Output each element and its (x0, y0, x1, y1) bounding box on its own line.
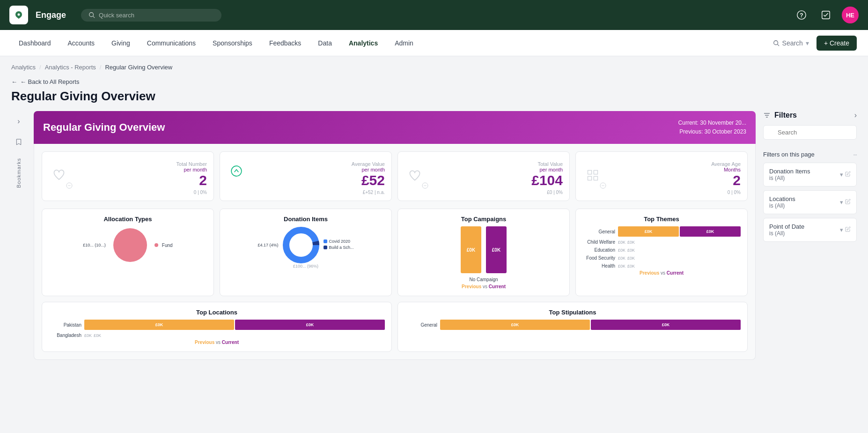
filters-header: Filters › (763, 111, 857, 119)
allocation-types-card: Allocation Types £10... (10...) Fund (42, 209, 214, 296)
report-banner-title: Regular Giving Overview (43, 121, 165, 134)
donut-top-label: £4.17 (4%) (257, 243, 278, 247)
point-of-date-expand[interactable]: ▾ (840, 226, 843, 233)
filters-search-wrap (763, 125, 857, 145)
collapse-button[interactable]: › (12, 115, 25, 128)
nav-item-analytics[interactable]: Analytics (341, 36, 385, 51)
report-body: Total Number per month 2 0 | 0% (34, 144, 756, 360)
create-button[interactable]: + Create (817, 36, 857, 51)
nav-item-admin[interactable]: Admin (387, 36, 421, 51)
nav-item-dashboard[interactable]: Dashboard (11, 36, 59, 51)
covid-label: Covid 2020 (329, 239, 351, 244)
breadcrumb-analytics[interactable]: Analytics (11, 64, 36, 71)
global-search-bar[interactable]: Quick search (81, 9, 221, 22)
breadcrumb: Analytics / Analytics - Reports / Regula… (0, 56, 868, 75)
theme-row-child-welfare: Child Welfare £0K £0K (582, 239, 741, 245)
filter-group-locations: Locations is (All) ▾ (763, 190, 857, 214)
back-arrow-icon: ← (11, 78, 17, 85)
top-locations-title: Top Locations (49, 309, 385, 316)
minus-icon (66, 182, 73, 189)
back-label: ← Back to All Reports (20, 78, 79, 85)
campaign-bar-row: £0K £0K (405, 226, 563, 273)
locations-edit[interactable] (845, 199, 851, 206)
svg-rect-13 (588, 171, 592, 174)
sidebar-icons: › Bookmarks (11, 111, 26, 360)
svg-rect-15 (588, 177, 592, 180)
build-label: Build a Sch... (329, 245, 354, 250)
theme-row-education: Education £0K £0K (582, 247, 741, 253)
nav-item-data[interactable]: Data (310, 36, 339, 51)
stipulation-row-general: General £0K £0K (405, 320, 741, 330)
general-bar-curr: £0K (680, 226, 741, 237)
allocation-types-title: Allocation Types (49, 216, 207, 223)
report-banner-dates: Current: 30 November 20... Previous: 30 … (678, 119, 746, 136)
stip-general-curr: £0K (591, 320, 741, 330)
locations-expand[interactable]: ▾ (840, 199, 843, 206)
pie-outer-label: £10... (10...) (83, 243, 106, 247)
donation-items-expand[interactable]: ▾ (840, 171, 843, 178)
filters-options-button[interactable]: ··· (853, 151, 857, 158)
current-date: Current: 30 November 20... (678, 119, 746, 127)
svg-rect-16 (594, 177, 597, 180)
sec-nav-search[interactable]: Search ▾ (767, 37, 815, 50)
breadcrumb-reports[interactable]: Analytics - Reports (45, 64, 96, 71)
filter-group-point-of-date: Point of Date is (All) ▾ (763, 218, 857, 242)
svg-point-6 (773, 40, 778, 45)
logo-box[interactable] (9, 6, 28, 24)
stat-card-avg-age: Average Age Months 2 0 | 0% (575, 151, 748, 201)
svg-point-22 (293, 237, 309, 254)
filters-on-page: Filters on this page ··· (763, 151, 857, 158)
breadcrumb-current: Regular Giving Overview (105, 64, 172, 71)
top-stipulations-card: Top Stipulations General £0K £0K (397, 302, 748, 352)
fund-legend-label: Fund (162, 243, 173, 248)
page-title: Regular Giving Overview (11, 89, 857, 104)
nav-item-communications[interactable]: Communications (140, 36, 203, 51)
filters-expand-button[interactable]: › (854, 111, 857, 119)
nav-item-sponsorships[interactable]: Sponsorships (205, 36, 260, 51)
top-campaigns-bars: £0K £0K No Campaign (405, 226, 563, 282)
nav-icons: ? HE (793, 7, 859, 23)
help-button[interactable]: ? (793, 7, 810, 23)
donation-items-title: Donation Items (227, 216, 385, 223)
general-bar-prev: £0K (618, 226, 679, 237)
donation-items-card: Donation Items £4.17 (4%) (220, 209, 392, 296)
theme-row-general: General £0K £0K (582, 226, 741, 237)
back-link[interactable]: ← ← Back to All Reports (11, 78, 857, 85)
bookmark-button[interactable] (12, 135, 25, 149)
checkbox-button[interactable] (817, 7, 834, 23)
location-row-bangladesh: Bangladesh £0K £0K (49, 333, 385, 338)
svg-point-19 (113, 228, 147, 262)
nav-item-feedbacks[interactable]: Feedbacks (262, 36, 309, 51)
global-search-label: Quick search (99, 12, 134, 19)
total-value-label: Total Value per month £104 (531, 161, 563, 188)
grid-icon (586, 169, 599, 184)
top-themes-title: Top Themes (582, 216, 741, 223)
nav-item-giving[interactable]: Giving (104, 36, 138, 51)
filters-title: Filters (763, 111, 797, 119)
top-themes-bars: General £0K £0K Child Welfare £0K £0K (582, 226, 741, 269)
filters-search-input[interactable] (763, 125, 857, 140)
report-container: Regular Giving Overview Current: 30 Nove… (34, 111, 756, 360)
total-number-label: Total Number per month 2 (177, 161, 207, 188)
checkbox-icon (821, 10, 831, 20)
donation-items-edit[interactable] (845, 171, 851, 178)
top-nav: Engage Quick search ? HE (0, 0, 868, 30)
donut-chart (282, 226, 320, 264)
top-themes-card: Top Themes General £0K £0K Child W (575, 209, 748, 296)
point-of-date-edit[interactable] (845, 226, 851, 233)
previous-date: Previous: 30 October 2023 (678, 127, 746, 136)
avg-value-label: Average Value per month £52 (352, 161, 385, 188)
help-icon: ? (796, 10, 807, 20)
stats-grid: Total Number per month 2 0 | 0% (42, 151, 748, 201)
main-layout: › Bookmarks Regular Giving Overview Curr… (0, 111, 868, 371)
covid-dot (324, 239, 327, 243)
nav-item-accounts[interactable]: Accounts (60, 36, 103, 51)
campaign-bar-curr: £0K (486, 226, 507, 273)
stat-card-avg-value: Average Value per month £52 £+52 | n.a. (220, 151, 392, 201)
pakistan-bar-prev: £0K (84, 320, 234, 330)
svg-rect-14 (594, 171, 597, 174)
sec-search-label: Search (782, 39, 803, 47)
heart-icon (52, 168, 66, 185)
avatar[interactable]: HE (842, 7, 859, 23)
fund-legend-dot (154, 243, 158, 247)
